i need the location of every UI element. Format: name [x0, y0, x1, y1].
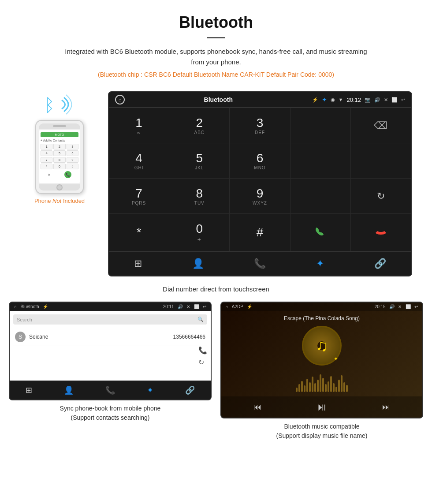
home-icon[interactable]: ⌂: [115, 95, 125, 105]
main-caption: Dial number direct from touchscreen: [0, 285, 432, 293]
car-toolbar: ⊞ 👤 📞 ✦ 🔗: [109, 251, 411, 276]
key-8[interactable]: 8 TUV: [169, 179, 230, 214]
wave-bar: [341, 375, 343, 392]
prev-button[interactable]: ⏮: [253, 403, 261, 412]
phonebook-caption-line1: Sync phone-book from mobile phone: [60, 404, 161, 413]
wave-bar: [314, 383, 316, 392]
phonebook-screen: ⌂ Bluetooth ⚡ 20:11 🔊 ✕ ⬜ ↩ Search 🔍 S S…: [9, 302, 212, 400]
phone-key: 0: [53, 164, 65, 169]
music-title-area: Escape (The Pina Colada Song): [221, 311, 422, 326]
wifi-icon: ▼: [339, 97, 343, 102]
window-icon: ⬜: [391, 97, 398, 103]
phone-call-button: 📞: [64, 171, 71, 178]
bottom-screenshots: ⌂ Bluetooth ⚡ 20:11 🔊 ✕ ⬜ ↩ Search 🔍 S S…: [0, 302, 432, 441]
wave-bar: [333, 383, 335, 392]
phone-bottom-row: ✕ 📞: [41, 171, 78, 178]
usb-icon: ⚡: [312, 97, 318, 103]
pb-contact-name: Seicane: [29, 334, 173, 340]
toolbar-grid-icon[interactable]: ⊞: [134, 258, 142, 269]
key-9[interactable]: 9 WXYZ: [230, 179, 290, 214]
phone-device: MOTO + Add to Contacts 1 2 3 4 5 6 7 8 9…: [35, 120, 84, 194]
key-3[interactable]: 3 DEF: [230, 108, 290, 143]
wave-bar: [328, 381, 329, 392]
pb-toolbar-phone[interactable]: 📞: [105, 385, 115, 395]
wave-bar: [296, 388, 298, 392]
time-display: 20:12: [346, 97, 361, 103]
pb-toolbar: ⊞ 👤 📞 ✦ 🔗: [10, 381, 211, 399]
wave-bar: [298, 384, 300, 392]
wave-bar: [338, 380, 340, 392]
main-content: ᛒ MOTO + Add to Contacts 1 2: [0, 91, 432, 276]
wave-bar: [335, 387, 337, 392]
wave-bar: [301, 381, 303, 392]
backspace-icon: ⌫: [374, 120, 387, 131]
close-icon: ✕: [384, 97, 388, 103]
camera-icon: 📷: [365, 97, 371, 103]
music-statusbar: ⌂ A2DP ⚡ 20:15 🔊 ✕ ⬜ ↩: [221, 302, 422, 311]
call-green-cell[interactable]: [290, 214, 351, 251]
music-caption-line1: Bluetooth music compatible: [276, 422, 368, 431]
call-green-icon: [314, 226, 327, 239]
play-pause-button[interactable]: ⏯: [317, 401, 327, 413]
music-note-icon: ♫: [316, 336, 328, 355]
toolbar-contacts-icon[interactable]: 👤: [192, 258, 204, 269]
toolbar-link-icon[interactable]: 🔗: [374, 258, 386, 269]
car-statusbar: ⌂ Bluetooth ⚡ ✦ ◉ ▼ 20:12 📷 🔊 ✕ ⬜ ↩: [109, 92, 411, 108]
call-red-cell[interactable]: [351, 214, 411, 251]
phone-key: 2: [53, 144, 65, 149]
pb-contact-row: S Seicane 13566664466: [13, 328, 207, 346]
toolbar-bluetooth-icon[interactable]: ✦: [316, 258, 324, 269]
music-statusbar-left: ⌂ A2DP ⚡: [226, 304, 252, 309]
pb-search-bar[interactable]: Search 🔍: [13, 314, 207, 325]
pb-contact-avatar: S: [15, 332, 26, 342]
phone-text: Phone: [34, 198, 52, 204]
bluetooth-waves: ᛒ: [35, 91, 84, 118]
key-4[interactable]: 4 GHI: [109, 143, 169, 179]
pb-toolbar-link[interactable]: 🔗: [185, 385, 195, 395]
key-hash[interactable]: #: [230, 214, 290, 251]
empty-row3a: [290, 179, 351, 214]
pb-sync-icon[interactable]: ↻: [198, 358, 207, 366]
call-red-icon: [374, 228, 388, 237]
page-title: Bluetooth: [9, 13, 423, 32]
empty-row2b: [351, 143, 411, 179]
music-statusbar-right: 20:15 🔊 ✕ ⬜ ↩: [375, 304, 418, 309]
svg-text:ᛒ: ᛒ: [44, 95, 55, 115]
music-album-art: ♫ ✦: [302, 326, 342, 366]
bluetooth-specs: (Bluetooth chip : CSR BC6 Default Blueto…: [9, 71, 423, 78]
music-screen: ⌂ A2DP ⚡ 20:15 🔊 ✕ ⬜ ↩ Escape (The Pina …: [220, 302, 423, 418]
phone-key: 5: [53, 150, 65, 156]
key-2[interactable]: 2 ABC: [169, 108, 230, 143]
key-7[interactable]: 7 PQRS: [109, 179, 169, 214]
phone-key: 7: [41, 157, 52, 163]
key-star[interactable]: *: [109, 214, 169, 251]
wave-bar: [320, 374, 321, 392]
phone-key: *: [41, 164, 52, 169]
key-1[interactable]: 1 ∞: [109, 108, 169, 143]
pb-contact-number: 13566664466: [173, 334, 205, 340]
key-6[interactable]: 6 MNO: [230, 143, 290, 179]
title-divider: [207, 37, 225, 38]
wave-bar: [343, 382, 345, 392]
pb-toolbar-grid[interactable]: ⊞: [26, 385, 32, 395]
location-icon: ◉: [331, 97, 335, 103]
reload-cell[interactable]: ↻: [351, 179, 411, 214]
wave-bar: [312, 377, 313, 392]
phonebook-caption-line2: (Support contacts searching): [60, 413, 161, 422]
key-5[interactable]: 5 JKL: [169, 143, 230, 179]
pb-toolbar-bt[interactable]: ✦: [147, 385, 153, 395]
phone-add-contacts: + Add to Contacts: [41, 139, 78, 142]
wave-bar: [304, 385, 305, 392]
toolbar-phone-icon[interactable]: 📞: [254, 258, 266, 269]
pb-call-icon[interactable]: 📞: [198, 346, 207, 355]
phone-speaker: [53, 125, 66, 127]
phone-key: 6: [67, 150, 78, 156]
next-button[interactable]: ⏭: [382, 403, 390, 412]
pb-toolbar-contacts[interactable]: 👤: [64, 385, 74, 395]
phonebook-caption: Sync phone-book from mobile phone (Suppo…: [60, 404, 161, 422]
phone-not-included-label: Phone Not Included: [34, 198, 85, 204]
key-0[interactable]: 0 +: [169, 214, 230, 251]
backspace-cell[interactable]: ⌫: [351, 108, 411, 143]
back-icon: ↩: [401, 97, 405, 103]
bluetooth-status-icon: ✦: [322, 96, 327, 103]
